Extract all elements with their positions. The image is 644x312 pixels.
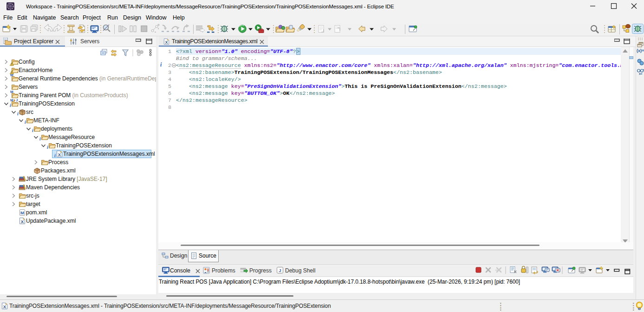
svg-text:J: J [279,268,281,273]
svg-text:x=: x= [639,72,643,75]
